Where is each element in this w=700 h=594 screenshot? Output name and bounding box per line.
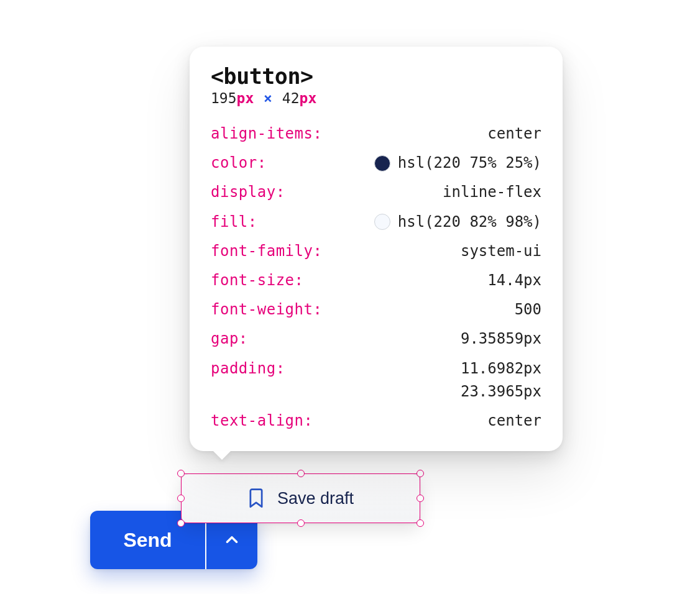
prop-key: display bbox=[211, 181, 285, 204]
prop-key: font-family bbox=[211, 240, 322, 263]
prop-row: padding 11.6982px 23.3965px bbox=[211, 357, 541, 403]
prop-row: font-weight 500 bbox=[211, 298, 541, 321]
inspected-element-tag: <button> bbox=[211, 64, 541, 89]
save-draft-label: Save draft bbox=[277, 489, 354, 508]
prop-value: 9.35859px bbox=[461, 327, 541, 350]
prop-row: gap 9.35859px bbox=[211, 327, 541, 350]
prop-value: center bbox=[487, 409, 541, 432]
dim-height-unit: px bbox=[300, 90, 317, 106]
prop-key: font-weight bbox=[211, 298, 322, 321]
prop-value-text: hsl(220 75% 25%) bbox=[398, 152, 541, 175]
prop-row: font-family system-ui bbox=[211, 240, 541, 263]
css-properties-list: align-items center color hsl(220 75% 25%… bbox=[211, 122, 541, 432]
prop-key: padding bbox=[211, 357, 285, 380]
prop-row: color hsl(220 75% 25%) bbox=[211, 152, 541, 175]
prop-value: hsl(220 75% 25%) bbox=[374, 152, 541, 175]
dim-height: 42 bbox=[282, 90, 300, 106]
prop-key: font-size bbox=[211, 269, 304, 292]
inspector-tooltip: <button> 195px × 42px align-items center… bbox=[190, 47, 563, 451]
bookmark-icon bbox=[247, 488, 265, 508]
prop-key: align-items bbox=[211, 122, 322, 145]
prop-key: text-align bbox=[211, 409, 313, 432]
prop-row: display inline-flex bbox=[211, 181, 541, 204]
prop-row: font-size 14.4px bbox=[211, 269, 541, 292]
prop-value: hsl(220 82% 98%) bbox=[374, 211, 541, 234]
selected-element-wrapper: Save draft bbox=[181, 473, 420, 523]
prop-key: gap bbox=[211, 327, 248, 350]
dim-width: 195 bbox=[211, 90, 237, 106]
prop-value: 14.4px bbox=[487, 269, 541, 292]
dim-width-unit: px bbox=[237, 90, 254, 106]
save-draft-button[interactable]: Save draft bbox=[181, 473, 420, 523]
prop-value: 11.6982px 23.3965px bbox=[461, 357, 541, 403]
prop-row: fill hsl(220 82% 98%) bbox=[211, 211, 541, 234]
prop-row: align-items center bbox=[211, 122, 541, 145]
color-swatch-icon bbox=[374, 214, 390, 230]
chevron-up-icon bbox=[224, 532, 240, 548]
dim-times: × bbox=[264, 90, 272, 106]
color-swatch-icon bbox=[374, 155, 390, 171]
prop-value-line2: 23.3965px bbox=[461, 380, 541, 403]
prop-key: color bbox=[211, 152, 267, 175]
prop-value: 500 bbox=[515, 298, 541, 321]
prop-value: center bbox=[487, 122, 541, 145]
prop-value-text: hsl(220 82% 98%) bbox=[398, 211, 541, 234]
send-label: Send bbox=[123, 529, 172, 552]
prop-row: text-align center bbox=[211, 409, 541, 432]
inspected-element-dimensions: 195px × 42px bbox=[211, 90, 541, 106]
prop-value: inline-flex bbox=[443, 181, 541, 204]
prop-key: fill bbox=[211, 211, 257, 234]
prop-value: system-ui bbox=[461, 240, 541, 263]
prop-value-line1: 11.6982px bbox=[461, 357, 541, 380]
